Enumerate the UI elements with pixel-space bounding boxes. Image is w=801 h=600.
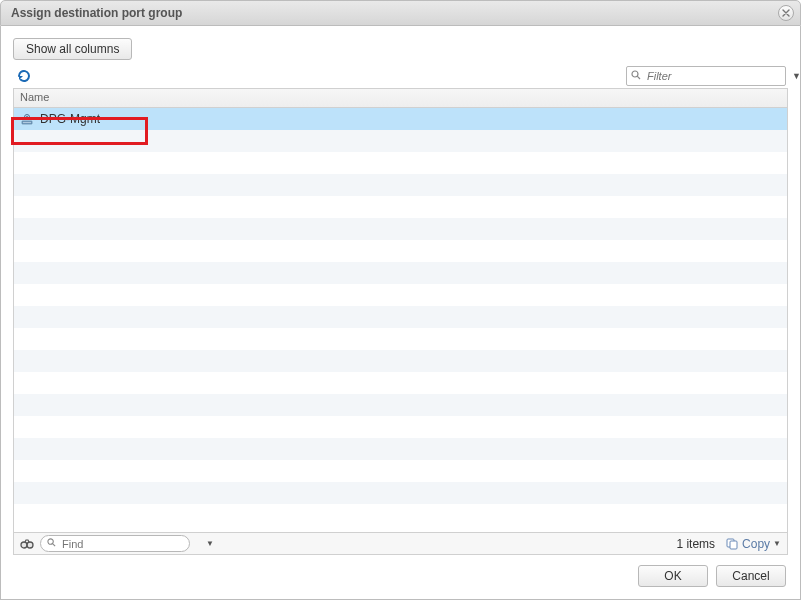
- table-row-empty: [14, 218, 787, 240]
- toolbar-secondary: ▼: [13, 66, 788, 86]
- table-row-empty: [14, 438, 787, 460]
- find-input[interactable]: [60, 537, 202, 551]
- table-row-empty: [14, 174, 787, 196]
- dialog-title: Assign destination port group: [11, 6, 778, 20]
- search-icon: [631, 70, 641, 82]
- table-row[interactable]: DPG-Mgmt: [14, 108, 787, 130]
- copy-label: Copy: [742, 537, 770, 551]
- item-count: 1 items: [676, 537, 715, 551]
- binoculars-icon: [20, 537, 34, 551]
- table-row-empty: [14, 328, 787, 350]
- filter-input-group[interactable]: ▼: [626, 66, 786, 86]
- table-row-empty: [14, 240, 787, 262]
- row-name: DPG-Mgmt: [40, 112, 100, 126]
- svg-point-11: [48, 539, 53, 544]
- table-row-empty: [14, 262, 787, 284]
- dialog-titlebar: Assign destination port group: [0, 0, 801, 26]
- table-row-empty: [14, 152, 787, 174]
- column-header-name[interactable]: Name: [14, 89, 787, 108]
- show-all-columns-button[interactable]: Show all columns: [13, 38, 132, 60]
- close-button[interactable]: [778, 5, 794, 21]
- dialog-footer: OK Cancel: [13, 555, 788, 587]
- table-row-empty: [14, 350, 787, 372]
- table-row-empty: [14, 306, 787, 328]
- copy-button[interactable]: Copy ▼: [725, 537, 781, 551]
- refresh-icon: [16, 68, 32, 84]
- svg-rect-14: [730, 541, 737, 549]
- table-body: DPG-Mgmt: [14, 108, 787, 532]
- port-group-icon: [20, 112, 34, 126]
- toolbar-row: Show all columns: [13, 38, 788, 60]
- svg-point-10: [27, 542, 33, 548]
- find-dropdown[interactable]: ▼: [206, 539, 214, 548]
- table: Name DPG-Mgmt: [13, 88, 788, 533]
- chevron-down-icon: ▼: [773, 539, 781, 548]
- find-input-group[interactable]: ▼: [40, 535, 190, 552]
- filter-dropdown[interactable]: ▼: [792, 71, 801, 81]
- search-icon: [47, 538, 56, 549]
- close-icon: [782, 9, 790, 17]
- table-row-empty: [14, 130, 787, 152]
- filter-input[interactable]: [645, 69, 788, 83]
- svg-point-0: [632, 71, 638, 77]
- table-row-empty: [14, 372, 787, 394]
- dialog-body: Show all columns ▼ Name DPG-Mgmt: [0, 26, 801, 600]
- svg-rect-2: [22, 121, 32, 124]
- ok-button[interactable]: OK: [638, 565, 708, 587]
- svg-line-1: [637, 76, 640, 79]
- svg-point-9: [21, 542, 27, 548]
- table-row-empty: [14, 482, 787, 504]
- table-row-empty: [14, 416, 787, 438]
- cancel-button[interactable]: Cancel: [716, 565, 786, 587]
- table-row-empty: [14, 284, 787, 306]
- table-row-empty: [14, 394, 787, 416]
- status-bar: ▼ 1 items Copy ▼: [13, 533, 788, 555]
- table-row-empty: [14, 460, 787, 482]
- table-row-empty: [14, 196, 787, 218]
- copy-icon: [725, 537, 739, 551]
- refresh-button[interactable]: [15, 67, 33, 85]
- svg-line-12: [53, 544, 56, 547]
- svg-point-4: [26, 116, 28, 118]
